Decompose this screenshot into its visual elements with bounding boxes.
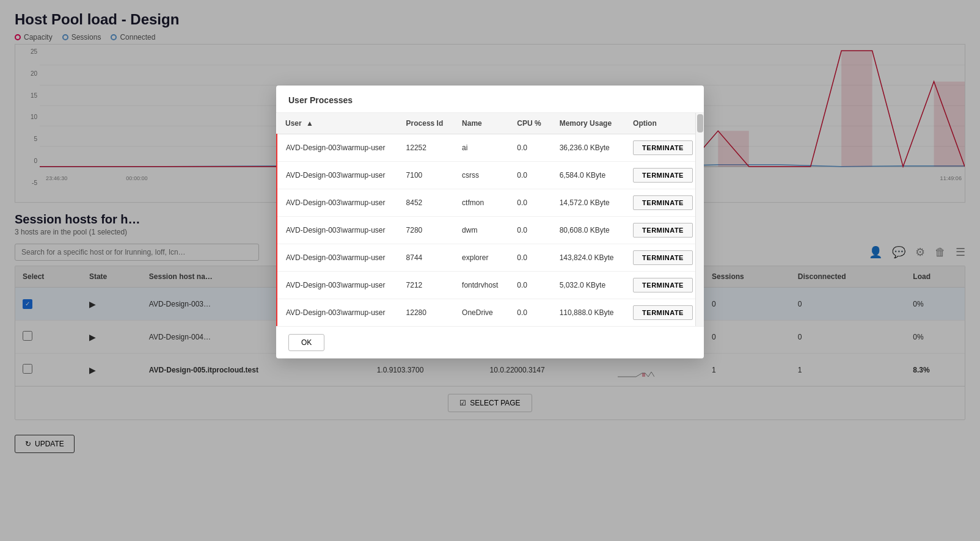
modal-cell-user: AVD-Design-003\warmup-user [277,272,398,299]
modal-table: User ▲ Process Id Name CPU % Memory Usag… [276,113,704,326]
modal-cell-name: OneDrive [453,299,508,327]
modal-table-row: AVD-Design-003\warmup-user7100csrss0.06,… [277,162,704,189]
modal-cell-name: ctfmon [453,189,508,217]
modal-cell-pid: 8744 [398,244,454,272]
modal-cell-pid: 7280 [398,217,454,244]
modal-col-pid: Process Id [398,113,454,134]
terminate-button[interactable]: TERMINATE [633,195,693,210]
modal-cell-user: AVD-Design-003\warmup-user [277,217,398,244]
modal-cell-user: AVD-Design-003\warmup-user [277,189,398,217]
modal-cell-cpu: 0.0 [508,134,550,162]
terminate-button[interactable]: TERMINATE [633,223,693,238]
modal-cell-option: TERMINATE [624,134,704,162]
terminate-button[interactable]: TERMINATE [633,278,693,292]
modal-table-row: AVD-Design-003\warmup-user12280OneDrive0… [277,299,704,327]
modal-cell-pid: 12252 [398,134,454,162]
modal-col-memory: Memory Usage [551,113,624,134]
modal-table-row: AVD-Design-003\warmup-user8452ctfmon0.01… [277,189,704,217]
modal-cell-memory: 110,888.0 KByte [551,299,624,327]
modal-cell-cpu: 0.0 [508,217,550,244]
modal-table-row: AVD-Design-003\warmup-user8744explorer0.… [277,244,704,272]
modal-cell-user: AVD-Design-003\warmup-user [277,162,398,189]
modal-col-user[interactable]: User ▲ [277,113,398,134]
modal-cell-pid: 7212 [398,272,454,299]
modal-table-wrapper: User ▲ Process Id Name CPU % Memory Usag… [276,113,704,326]
modal-cell-name: dwm [453,217,508,244]
modal-cell-option: TERMINATE [624,189,704,217]
modal-col-cpu: CPU % [508,113,550,134]
modal-cell-memory: 143,824.0 KByte [551,244,624,272]
modal-cell-cpu: 0.0 [508,272,550,299]
modal-cell-memory: 36,236.0 KByte [551,134,624,162]
modal-table-row: AVD-Design-003\warmup-user12252ai0.036,2… [277,134,704,162]
terminate-button[interactable]: TERMINATE [633,140,693,155]
modal-title: User Processes [276,85,704,113]
modal-cell-user: AVD-Design-003\warmup-user [277,244,398,272]
modal-col-name: Name [453,113,508,134]
modal-cell-option: TERMINATE [624,272,704,299]
terminate-button[interactable]: TERMINATE [633,168,693,183]
modal-cell-memory: 80,608.0 KByte [551,217,624,244]
modal-cell-pid: 7100 [398,162,454,189]
modal-cell-user: AVD-Design-003\warmup-user [277,299,398,327]
modal-cell-pid: 8452 [398,189,454,217]
modal-cell-user: AVD-Design-003\warmup-user [277,134,398,162]
modal-cell-name: fontdrvhost [453,272,508,299]
user-processes-modal: User Processes User ▲ Process Id Name CP… [276,85,704,358]
modal-body: User ▲ Process Id Name CPU % Memory Usag… [276,113,704,326]
modal-cell-option: TERMINATE [624,244,704,272]
modal-cell-option: TERMINATE [624,162,704,189]
modal-cell-name: csrss [453,162,508,189]
modal-cell-option: TERMINATE [624,217,704,244]
modal-cell-option: TERMINATE [624,299,704,327]
modal-cell-cpu: 0.0 [508,162,550,189]
modal-scrollbar[interactable] [695,113,704,326]
sort-arrow-icon: ▲ [306,119,313,128]
modal-footer: OK [276,326,704,358]
terminate-button[interactable]: TERMINATE [633,250,693,265]
modal-col-option: Option [624,113,704,134]
modal-header-row: User ▲ Process Id Name CPU % Memory Usag… [277,113,704,134]
modal-cell-memory: 14,572.0 KByte [551,189,624,217]
modal-cell-cpu: 0.0 [508,299,550,327]
ok-button[interactable]: OK [288,334,324,351]
modal-overlay: User Processes User ▲ Process Id Name CP… [0,0,980,541]
modal-table-row: AVD-Design-003\warmup-user7280dwm0.080,6… [277,217,704,244]
modal-cell-cpu: 0.0 [508,189,550,217]
terminate-button[interactable]: TERMINATE [633,305,693,320]
modal-cell-cpu: 0.0 [508,244,550,272]
modal-cell-pid: 12280 [398,299,454,327]
modal-cell-memory: 5,032.0 KByte [551,272,624,299]
modal-cell-name: explorer [453,244,508,272]
modal-table-row: AVD-Design-003\warmup-user7212fontdrvhos… [277,272,704,299]
modal-cell-name: ai [453,134,508,162]
modal-cell-memory: 6,584.0 KByte [551,162,624,189]
scrollbar-thumb [697,114,703,133]
